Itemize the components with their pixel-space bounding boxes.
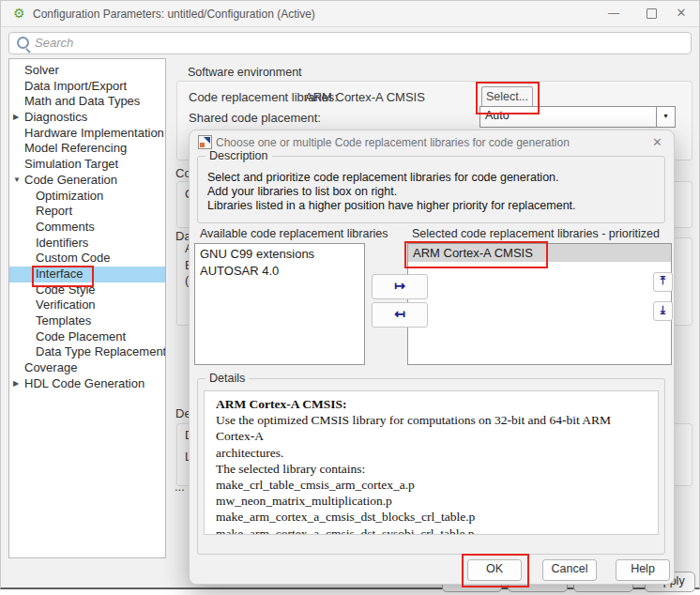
details-line: make_arm_cortex_a_cmsis_dst_blocks_crl_t… xyxy=(216,509,652,525)
selected-libraries-list[interactable]: ARM Cortex-A CMSIS xyxy=(407,243,672,365)
list-item-selected[interactable]: ARM Cortex-A CMSIS xyxy=(408,244,671,262)
code-replacement-library-dialog: Choose one or multiple Code replacement … xyxy=(189,130,675,585)
details-panel: ARM Cortex-A CMSIS: Use the optimized CM… xyxy=(204,390,659,535)
settings-tree: Solver Data Import/Export Math and Data … xyxy=(9,63,165,391)
tree-item-code-placement[interactable]: Code Placement xyxy=(9,329,165,345)
details-line: make_arm_cortex_a_cmsis_dst_sysobj_crl_t… xyxy=(216,526,652,535)
tree-item-optimization[interactable]: Optimization xyxy=(9,189,165,205)
tree-collapsed-icon[interactable]: ▶ xyxy=(13,110,19,126)
settings-tree-panel: Solver Data Import/Export Math and Data … xyxy=(8,58,166,558)
move-to-top-button[interactable]: ⤒ xyxy=(653,272,673,292)
search-placeholder: Search xyxy=(35,36,73,50)
dropdown-value: Auto xyxy=(485,109,510,122)
move-to-bottom-button[interactable]: ⤓ xyxy=(653,301,673,321)
description-line: Libraries listed in a higher position ha… xyxy=(207,199,664,213)
tree-expanded-icon[interactable]: ▼ xyxy=(13,173,21,189)
tree-item-verification[interactable]: Verification xyxy=(9,298,165,313)
tree-item-data-type-replacement[interactable]: Data Type Replacement xyxy=(9,344,165,360)
maximize-icon xyxy=(647,8,657,19)
details-heading: ARM Cortex-A CMSIS: xyxy=(216,396,652,412)
details-line: Use the optimized CMSIS library for comp… xyxy=(216,412,652,444)
shared-code-placement-label: Shared code placement: xyxy=(189,111,321,125)
available-list-label: Available code replacement libraries xyxy=(200,227,388,240)
chevron-down-icon[interactable]: ▼ xyxy=(656,107,675,127)
arrow-right-bar-icon: ↦ xyxy=(394,278,405,293)
details-group: Details ARM Cortex-A CMSIS: Use the opti… xyxy=(197,378,665,555)
software-environment-heading: Software environment xyxy=(188,66,302,79)
close-button[interactable]: ✕ xyxy=(663,1,699,25)
tree-item-math-and-data-types[interactable]: Math and Data Types xyxy=(9,94,165,110)
description-line: Add your libraries to list box on right. xyxy=(207,185,664,199)
screenshot-root: Configuration Parameters: untitled/Confi… xyxy=(0,0,700,595)
description-group: Description Select and prioritize code r… xyxy=(197,156,665,223)
search-icon xyxy=(17,37,29,49)
list-item[interactable]: AUTOSAR 4.0 xyxy=(195,263,364,280)
details-legend: Details xyxy=(205,372,249,385)
tree-item-code-style[interactable]: Code Style xyxy=(9,282,165,298)
list-item[interactable]: GNU C99 extensions xyxy=(195,246,364,263)
move-left-button[interactable]: ↤ xyxy=(372,302,428,328)
details-line: make_crl_table_cmsis_arm_cortex_a.p xyxy=(216,477,652,493)
details-line: mw_neon_matrix_multiplication.p xyxy=(216,493,652,509)
description-legend: Description xyxy=(205,149,272,162)
tree-item-diagnostics[interactable]: ▶Diagnostics xyxy=(9,110,165,126)
tree-item-code-generation[interactable]: ▼Code Generation xyxy=(9,173,165,189)
configuration-parameters-window: Configuration Parameters: untitled/Confi… xyxy=(0,0,700,589)
tree-item-hardware-implementation[interactable]: Hardware Implementation xyxy=(9,126,165,142)
dialog-app-icon xyxy=(198,135,212,149)
tree-item-simulation-target[interactable]: Simulation Target xyxy=(9,157,165,173)
arrow-up-bar-icon: ⤒ xyxy=(661,274,665,287)
help-button[interactable]: Help xyxy=(616,559,670,581)
window-titlebar: Configuration Parameters: untitled/Confi… xyxy=(1,1,699,27)
details-line: architectures. xyxy=(216,445,652,461)
tree-item-report[interactable]: Report xyxy=(9,204,165,220)
minimize-button[interactable]: — xyxy=(596,1,632,25)
tree-item-model-referencing[interactable]: Model Referencing xyxy=(9,141,165,157)
config-gear-icon xyxy=(13,5,25,22)
tree-item-coverage[interactable]: Coverage xyxy=(9,360,165,376)
dialog-close-icon[interactable]: ✕ xyxy=(652,135,662,149)
shared-code-placement-dropdown[interactable]: Auto ▼ xyxy=(479,106,676,128)
code-replacement-libraries-value: ARM Cortex-A CMSIS xyxy=(305,90,425,104)
obscured-text-fragment: ... xyxy=(175,480,185,494)
tree-item-custom-code[interactable]: Custom Code xyxy=(9,251,165,267)
tree-item-data-import-export[interactable]: Data Import/Export xyxy=(9,79,165,95)
selected-list-label: Selected code replacement libraries - pr… xyxy=(412,227,660,240)
tree-item-templates[interactable]: Templates xyxy=(9,313,165,329)
tree-collapsed-icon[interactable]: ▶ xyxy=(13,376,19,392)
tree-item-solver[interactable]: Solver xyxy=(9,63,165,79)
ok-button[interactable]: OK xyxy=(467,559,522,581)
arrow-left-bar-icon: ↤ xyxy=(394,306,405,321)
window-title: Configuration Parameters: untitled/Confi… xyxy=(33,8,315,21)
cancel-button[interactable]: Cancel xyxy=(542,559,597,581)
description-line: Select and prioritize code replacement l… xyxy=(207,171,664,185)
tree-item-comments[interactable]: Comments xyxy=(9,220,165,236)
tree-item-identifiers[interactable]: Identifiers xyxy=(9,236,165,252)
tree-item-interface[interactable]: Interface xyxy=(9,267,165,282)
arrow-down-bar-icon: ⤓ xyxy=(661,303,665,316)
search-input[interactable]: Search xyxy=(8,32,692,54)
tree-item-hdl-code-generation[interactable]: ▶HDL Code Generation xyxy=(9,376,165,392)
move-right-button[interactable]: ↦ xyxy=(372,274,428,299)
available-libraries-list[interactable]: GNU C99 extensions AUTOSAR 4.0 xyxy=(194,243,365,365)
details-line: The selected library contains: xyxy=(216,461,652,477)
dialog-title: Choose one or multiple Code replacement … xyxy=(216,136,570,149)
